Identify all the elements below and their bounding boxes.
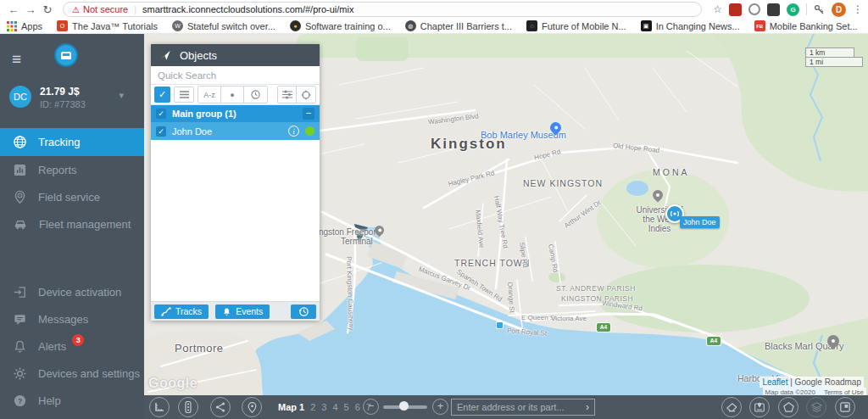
list-icon [180,91,189,98]
pentagon-icon [783,402,794,412]
map-label-portmore: Portmore [175,342,223,355]
map-page[interactable]: 3 [321,402,326,412]
online-status-dot [305,126,314,136]
sidebar-item-fleet-management[interactable]: Fleet management [0,210,144,237]
geofence-marker-button[interactable] [749,397,770,417]
select-all-checkbox[interactable]: ✓ [154,87,170,103]
info-icon[interactable]: i [288,126,299,137]
user-account-block[interactable]: DC 21.79 J$ ID: #77383 ▾ [0,83,144,127]
sidebar-item-reports[interactable]: Reports [0,156,144,183]
address-go-icon[interactable]: › [586,401,594,413]
polygon-button[interactable] [778,397,798,417]
share-button[interactable] [210,397,231,417]
measure-ruler-button[interactable] [149,397,170,417]
bookmark-banking[interactable]: FBMobile Banking Set... [754,20,858,31]
extension-icon-2[interactable] [748,3,760,15]
sort-status-button[interactable]: ● [221,87,244,103]
sort-alpha-button[interactable]: A-z [198,87,221,103]
poi-pin-button[interactable] [242,397,262,417]
sidebar-item-label: Messages [38,313,88,326]
bookmark-future[interactable]: ◌Future of Mobile N... [526,20,626,31]
quick-search-input[interactable] [151,66,320,84]
ferry-poi-icon[interactable] [496,321,504,329]
browser-menu-icon[interactable]: ⋮ [853,3,863,15]
map-page[interactable]: 5 [344,402,349,412]
url-bar[interactable]: ⚠ Not secure | smarttrack.iconnectclouds… [63,2,702,17]
browser-actions: ☆ G D ⋮ [713,0,868,19]
key-icon[interactable] [814,4,825,15]
collapse-group-button[interactable]: − [303,108,314,120]
sort-time-button[interactable] [244,87,267,103]
map-attribution: Leaflet | Google Roadmap [760,377,864,388]
url-separator: | [134,4,136,14]
extension-icon-grammarly[interactable]: G [787,3,799,16]
sidebar-item-messages[interactable]: Messages [0,305,144,332]
address-input[interactable] [452,402,586,412]
browser-toolbar: ← → ↻ ⚠ Not secure | smarttrack.iconnect… [0,0,868,19]
bookmark-label: Future of Mobile N... [542,21,626,31]
quick-search-row [151,66,320,85]
back-icon[interactable]: ← [5,3,22,16]
zoom-out-button[interactable]: − [363,399,379,415]
map-page-current[interactable]: Map 1 [278,402,304,412]
objects-panel-header[interactable]: Objects [151,44,320,66]
bookmark-chapter[interactable]: ◍Chapter III Barriers t... [405,20,512,31]
account-balance: 21.79 J$ [40,86,80,98]
bookmark-news[interactable]: ▣In Changing News... [641,20,740,31]
java-icon: O [57,20,68,31]
ruler-icon [154,402,164,412]
follow-target-button[interactable] [297,87,315,103]
traffic-button[interactable] [178,397,198,417]
events-button[interactable]: Events [215,304,270,319]
map-selector: Map 1 2 3 4 5 6 7 [278,402,371,412]
tracks-button[interactable]: Tracks [154,304,209,319]
url-text: smarttrack.iconnectcloudsolutions.com/#/… [142,4,353,14]
help-icon: ? [13,394,27,408]
object-group-row[interactable]: ✓ Main group (1) − [151,105,320,122]
bookmark-label: Chapter III Barriers t... [420,21,512,31]
list-view-button[interactable] [174,87,194,103]
extension-icon-3[interactable] [767,3,780,16]
item-checkbox[interactable]: ✓ [156,126,166,137]
sidebar-item-alerts[interactable]: Alerts 3 [0,332,144,360]
objects-list-area[interactable] [151,140,320,301]
map-page[interactable]: 4 [332,402,337,412]
fullscreen-frame-button[interactable] [835,397,855,417]
object-item-row[interactable]: ✓ John Doe i [151,122,320,140]
bookmark-software[interactable]: ●Software training o... [290,20,391,31]
layers-button[interactable] [806,397,826,417]
zoom-in-button[interactable]: + [432,399,448,415]
unit-marker-label[interactable]: John Doe [680,216,720,228]
map-marker-icon [754,402,765,412]
not-secure-warning[interactable]: ⚠ Not secure [72,4,128,14]
chevron-down-icon[interactable]: ▾ [119,90,124,101]
sidebar-item-tracking[interactable]: Tracking [0,128,144,156]
objects-panel: Objects ✓ A-z ● [151,44,320,321]
bookmark-apps[interactable]: Apps [7,21,42,31]
sidebar-item-devices-settings[interactable]: Devices and settings [0,360,144,387]
bookmark-stateful[interactable]: WStateful switch over... [172,20,275,31]
forward-icon[interactable]: → [22,3,39,16]
filter-sliders-button[interactable] [278,87,297,103]
reload-icon[interactable]: ↻ [39,3,56,16]
leaflet-link[interactable]: Leaflet [762,377,787,387]
map-label-mona: MONA [653,167,690,177]
objects-toolbar: ✓ A-z ● [151,85,320,105]
sidebar: ≡ DC 21.79 J$ ID: #77383 ▾ Tracking Repo… [0,34,144,419]
extension-icon-1[interactable] [729,3,742,16]
sidebar-item-field-service[interactable]: Field service [0,183,144,210]
eraser-button[interactable] [721,397,742,417]
google-watermark: Google [148,376,198,391]
bookmark-star-icon[interactable]: ☆ [713,3,722,15]
history-button[interactable] [291,304,316,319]
bookmark-java[interactable]: OThe Java™ Tutorials [57,20,158,31]
map-page[interactable]: 2 [310,402,315,412]
browser-profile-avatar[interactable]: D [832,3,846,17]
map-page[interactable]: 6 [355,402,360,412]
sidebar-item-help[interactable]: ? Help [0,387,144,414]
sidebar-item-device-activation[interactable]: Device activation [0,278,144,305]
zoom-slider-knob[interactable] [399,401,409,411]
app-logo[interactable] [54,43,78,67]
group-checkbox[interactable]: ✓ [156,109,166,119]
menu-toggle-icon[interactable]: ≡ [12,51,21,67]
